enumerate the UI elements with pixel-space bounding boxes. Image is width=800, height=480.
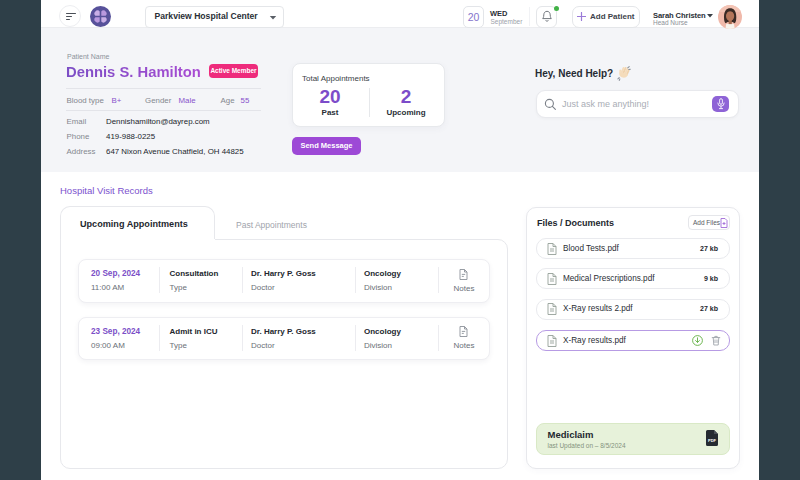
svg-text:PDF: PDF (708, 438, 717, 443)
